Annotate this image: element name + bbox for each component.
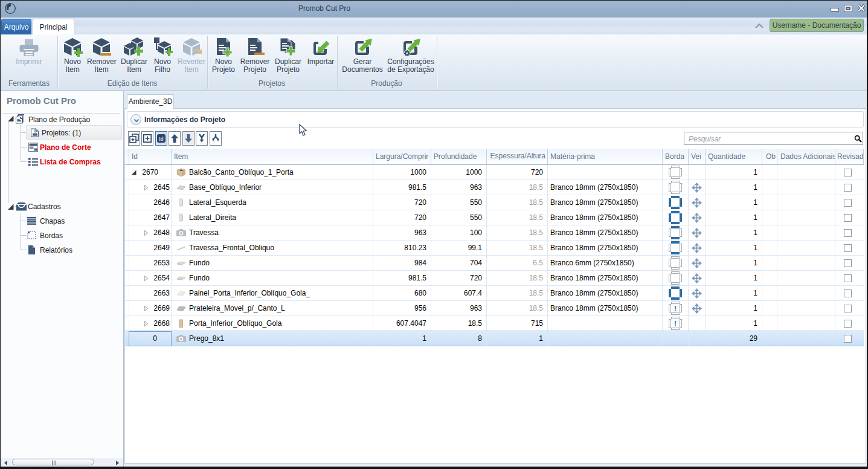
svg-text:Id: Id (159, 136, 164, 142)
